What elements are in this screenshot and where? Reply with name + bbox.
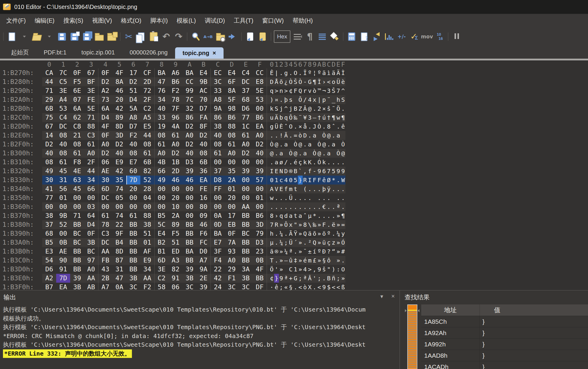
char-cell[interactable]: ) — [269, 95, 274, 104]
byte-cell[interactable]: 0B — [253, 256, 267, 265]
byte-cell[interactable]: 14 — [42, 131, 56, 140]
char-cell[interactable]: × — [322, 104, 326, 113]
char-cell[interactable]: » — [279, 247, 284, 256]
char-cell[interactable]: ! — [279, 131, 284, 140]
byte-cell[interactable]: 00 — [126, 202, 140, 211]
char-cell[interactable]: B — [326, 274, 331, 283]
char-cell[interactable]: . — [336, 185, 341, 193]
char-cell[interactable]: . — [279, 68, 284, 77]
hex-mode-toggle[interactable]: Hex — [274, 30, 290, 43]
byte-cell[interactable]: A0 — [169, 140, 183, 149]
byte-cell[interactable]: 91 — [169, 274, 183, 283]
save-button[interactable] — [56, 30, 67, 43]
char-cell[interactable]: š — [326, 104, 331, 113]
char-cell[interactable]: . — [293, 247, 298, 256]
char-cell[interactable]: Ò — [288, 77, 293, 86]
char-cell[interactable]: » — [298, 265, 303, 274]
char-cell[interactable]: † — [317, 113, 322, 122]
char-cell[interactable]: . — [303, 140, 307, 149]
char-cell[interactable]: a — [274, 158, 279, 167]
char-cell[interactable]: – — [312, 113, 317, 122]
char-cell[interactable]: @ — [322, 140, 326, 149]
byte-cell[interactable]: 62 — [70, 113, 84, 122]
byte-cell[interactable]: 01 — [253, 193, 267, 202]
byte-cell[interactable]: FE — [196, 185, 210, 193]
char-cell[interactable]: c — [279, 176, 284, 185]
char-cell[interactable]: . — [336, 122, 341, 131]
byte-cell[interactable]: 6D — [155, 256, 169, 265]
char-cell[interactable]: º — [317, 247, 322, 256]
byte-cell[interactable]: 22 — [112, 220, 126, 229]
byte-cell[interactable]: 6A — [70, 104, 84, 113]
char-cell[interactable]: . — [279, 193, 284, 202]
paste-button[interactable] — [148, 30, 159, 43]
byte-cell[interactable]: DC — [98, 193, 112, 202]
byte-cell[interactable]: 6B — [196, 158, 210, 167]
menu-item-6[interactable]: 模板(L) — [172, 14, 200, 27]
byte-cell[interactable]: D3 — [183, 158, 196, 167]
file-properties-button[interactable]: ? — [359, 30, 370, 43]
char-cell[interactable]: . — [269, 158, 274, 167]
byte-cell[interactable]: 97 — [84, 256, 98, 265]
char-cell[interactable]: “ — [331, 247, 336, 256]
char-cell[interactable]: ì — [326, 68, 331, 77]
char-cell[interactable]: ˆ — [284, 122, 288, 131]
char-cell[interactable]: 0 — [288, 176, 293, 185]
byte-cell[interactable]: 00 — [183, 211, 196, 220]
char-cell[interactable]: W — [341, 176, 345, 185]
char-cell[interactable]: a — [303, 149, 307, 158]
byte-cell[interactable]: EC — [211, 68, 225, 77]
char-cell[interactable]: Ò — [298, 77, 303, 86]
byte-cell[interactable]: 39 — [183, 167, 196, 176]
menu-item-5[interactable]: 脚本(I) — [146, 14, 172, 27]
char-cell[interactable]: * — [312, 211, 317, 220]
byte-cell[interactable]: 23 — [253, 247, 267, 256]
byte-cell[interactable]: 35 — [225, 167, 239, 176]
char-cell[interactable]: t — [293, 185, 298, 193]
char-cell[interactable]: Ò — [293, 140, 298, 149]
byte-cell[interactable]: 03 — [84, 202, 98, 211]
char-cell[interactable]: k — [303, 158, 307, 167]
byte-cell[interactable]: 3C — [126, 283, 140, 290]
char-cell[interactable]: a — [307, 140, 312, 149]
char-cell[interactable] — [284, 265, 288, 274]
byte-cell[interactable]: 24 — [211, 283, 225, 290]
char-cell[interactable]: n — [279, 86, 284, 95]
byte-cell[interactable]: 2A — [169, 211, 183, 220]
char-cell[interactable] — [331, 193, 336, 202]
byte-cell[interactable]: BA — [183, 247, 196, 256]
char-cell[interactable]: ã — [269, 247, 274, 256]
char-cell[interactable]: ¦ — [312, 68, 317, 77]
char-cell[interactable]: > — [307, 265, 312, 274]
char-cell[interactable]: 9 — [279, 274, 284, 283]
char-cell[interactable]: a — [298, 211, 303, 220]
undo-button[interactable]: ↶ — [161, 30, 172, 43]
byte-cell[interactable]: 01 — [56, 193, 70, 202]
byte-cell[interactable]: CA — [42, 68, 56, 77]
char-cell[interactable]: . — [274, 193, 279, 202]
byte-cell[interactable]: 07 — [70, 95, 84, 104]
byte-cell[interactable]: C8 — [70, 122, 84, 131]
byte-cell[interactable]: EA — [253, 122, 267, 131]
byte-cell[interactable]: 72 — [140, 86, 154, 95]
char-cell[interactable]: ¶ — [331, 113, 336, 122]
byte-cell[interactable]: 2A — [225, 176, 239, 185]
byte-cell[interactable]: 52 — [140, 176, 154, 185]
char-cell[interactable]: ä — [322, 68, 326, 77]
byte-cell[interactable]: 58 — [155, 283, 169, 290]
find-result-row[interactable]: 1A992h} — [421, 339, 588, 350]
char-cell[interactable]: E — [274, 167, 279, 176]
char-cell[interactable]: ¤ — [274, 95, 279, 104]
byte-cell[interactable]: 5C — [155, 220, 169, 229]
byte-cell[interactable]: BB — [126, 238, 140, 247]
char-cell[interactable]: . — [307, 185, 312, 193]
byte-cell[interactable]: EA — [56, 283, 70, 290]
byte-cell[interactable]: 32 — [183, 104, 196, 113]
char-cell[interactable]: 9 — [317, 167, 322, 176]
char-cell[interactable]: @ — [317, 149, 322, 158]
byte-cell[interactable]: 5E — [253, 86, 267, 95]
char-cell[interactable]: . — [326, 220, 331, 229]
byte-cell[interactable]: 30 — [98, 176, 112, 185]
char-cell[interactable]: ë — [331, 220, 336, 229]
char-cell[interactable]: x — [312, 95, 317, 104]
